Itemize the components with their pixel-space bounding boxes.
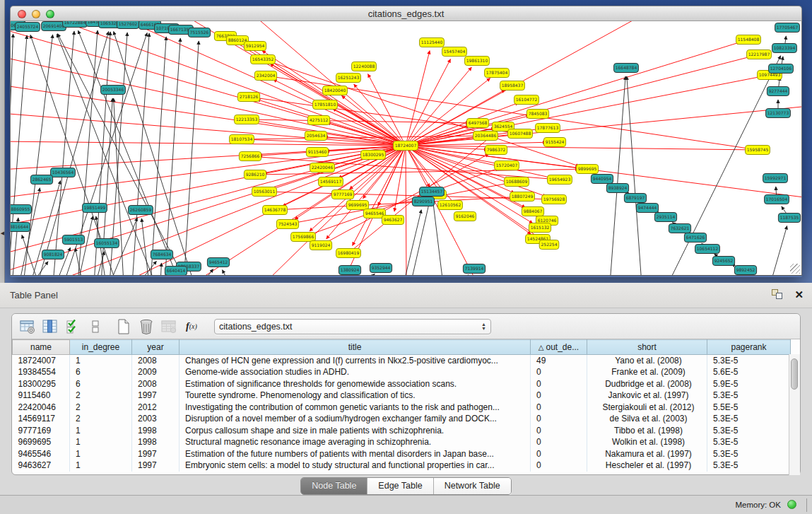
network-node[interactable]: 20364486 (473, 132, 498, 141)
network-node[interactable]: 26260859 (129, 206, 153, 215)
network-node[interactable]: 1615132 (529, 223, 551, 233)
network-node[interactable]: 18958437 (500, 81, 525, 90)
create-column-icon[interactable] (114, 317, 134, 337)
network-node[interactable]: 7256866 (239, 152, 261, 161)
network-node[interactable]: 6471626 (684, 233, 706, 243)
show-column-icon[interactable] (40, 317, 60, 337)
network-node[interactable]: 19756928 (542, 195, 567, 204)
select-rows-icon[interactable] (63, 317, 83, 337)
column-header-year[interactable]: year (132, 340, 180, 355)
network-node[interactable]: 12217987 (747, 50, 772, 59)
network-node[interactable]: 15992971 (763, 174, 788, 183)
table-mode-icon[interactable] (18, 317, 37, 337)
window-resize-grip[interactable] (790, 264, 800, 274)
network-node[interactable]: 12130773 (766, 109, 791, 118)
network-node[interactable]: 8290951 (412, 197, 434, 206)
network-node[interactable]: 18107534 (230, 135, 254, 144)
network-node[interactable]: 9440954 (591, 175, 613, 184)
network-node[interactable]: 19851499 (83, 204, 107, 213)
network-node[interactable]: 18860955 (11, 205, 31, 214)
network-node[interactable]: 19654923 (548, 175, 572, 185)
network-node[interactable]: 18724007 (394, 141, 418, 151)
window-titlebar[interactable]: citations_edges.txt (10, 6, 802, 21)
network-node[interactable]: 9286210 (244, 170, 266, 180)
network-node[interactable]: 2342004 (254, 71, 276, 81)
network-node[interactable]: 16055134 (95, 239, 119, 248)
network-node[interactable]: 9352944 (370, 264, 392, 273)
network-node[interactable]: 9155424 (543, 138, 565, 147)
function-builder-icon[interactable]: f(x) (182, 317, 201, 337)
network-node[interactable]: 9899695 (576, 165, 598, 174)
column-header-name[interactable]: name (13, 340, 70, 355)
network-node[interactable]: 9465412 (207, 258, 229, 267)
network-node[interactable]: 16543352 (251, 55, 276, 64)
network-node[interactable]: 20053346 (101, 86, 126, 95)
memory-status-icon[interactable] (787, 500, 796, 509)
network-node[interactable]: 8938924 (606, 184, 628, 193)
network-node[interactable]: 14569117 (319, 177, 343, 187)
network-window[interactable]: citations_edges.txt 16606864240557242069… (10, 6, 802, 277)
network-node[interactable]: 7684634 (151, 250, 172, 259)
network-node[interactable]: 9277444 (767, 87, 789, 96)
table-source-select[interactable]: citations_edges.txt ▲▼ (214, 319, 491, 334)
network-node[interactable]: 9474444 (636, 204, 658, 213)
table-row[interactable]: 946554611997Estimation of the future num… (13, 448, 791, 460)
network-node[interactable]: 15134457 (420, 187, 445, 197)
table-row[interactable]: 977716911998Corpus callosum shape and si… (13, 425, 791, 437)
column-header-title[interactable]: title (180, 340, 531, 355)
network-node[interactable]: 12704106 (769, 64, 794, 74)
network-node[interactable]: 1187535 (778, 214, 800, 223)
tab-network-table[interactable]: Network Table (434, 478, 511, 494)
network-node[interactable]: 9245652 (712, 257, 734, 266)
network-node[interactable]: 17705467 (775, 23, 800, 33)
network-node[interactable]: 252254 (539, 240, 559, 250)
table-row[interactable]: 1830029562008Estimation of significance … (13, 378, 791, 390)
network-node[interactable]: 4275112 (307, 116, 329, 125)
network-node[interactable]: 9884067 (522, 207, 543, 216)
collapsed-panel-strip[interactable]: ◀ (0, 0, 5, 283)
network-node[interactable]: 5912954 (244, 42, 266, 51)
network-node[interactable]: 8816644 (11, 223, 30, 232)
network-node[interactable]: 9699695 (346, 201, 368, 210)
network-node[interactable]: 9892452 (734, 266, 756, 275)
network-node[interactable]: 16104772 (514, 95, 539, 105)
network-node[interactable]: 7139914 (463, 264, 485, 274)
network-node[interactable]: 9119024 (310, 241, 331, 250)
network-node[interactable]: 18420040 (323, 86, 348, 95)
network-node[interactable]: 10607488 (508, 129, 533, 139)
network-node[interactable]: 14636778 (263, 206, 288, 215)
column-header-short[interactable]: short (587, 340, 707, 355)
table-row[interactable]: 1938455462009Genome-wide association stu… (13, 366, 791, 378)
network-node[interactable]: 9162046 (454, 212, 476, 221)
tab-edge-table[interactable]: Edge Table (367, 478, 433, 494)
network-node[interactable]: 9115460 (306, 148, 328, 157)
table-scrollbar[interactable] (789, 354, 800, 475)
network-node[interactable]: 7632621 (669, 224, 690, 233)
network-node[interactable]: 17016504 (765, 195, 789, 204)
network-node[interactable]: 11125440 (420, 38, 445, 47)
network-node[interactable]: 6640414 (165, 267, 187, 276)
network-node[interactable]: 16251243 (336, 74, 361, 83)
table-row[interactable]: 2242004622012Investigating the contribut… (13, 402, 791, 414)
network-node[interactable]: 12240088 (352, 62, 377, 71)
network-node[interactable]: 7986372 (485, 146, 507, 155)
column-header-in_degree[interactable]: in_degree (70, 340, 132, 355)
network-node[interactable]: 7515526 (188, 28, 210, 37)
delete-column-icon[interactable] (136, 317, 156, 337)
table-row[interactable]: 1456911722003Disruption of a novel membe… (13, 413, 791, 425)
close-panel-icon[interactable]: ✕ (794, 289, 804, 300)
network-graph[interactable]: 1660686424055724206914061672288418433710… (11, 21, 801, 276)
network-node[interactable]: 16722884 (63, 21, 88, 28)
network-node[interactable]: 9777169 (331, 190, 353, 199)
network-node[interactable]: 16980419 (336, 249, 361, 258)
network-node[interactable]: 16648784 (614, 64, 639, 73)
network-node[interactable]: 17875404 (485, 69, 510, 78)
network-node[interactable]: 17569866 (291, 233, 316, 242)
float-panel-icon[interactable] (772, 289, 783, 300)
tab-node-table[interactable]: Node Table (301, 478, 367, 494)
network-node[interactable]: 6879197 (624, 194, 646, 203)
network-canvas[interactable]: 1660686424055724206914061672288418433710… (10, 21, 802, 276)
network-node[interactable]: 7845083 (526, 110, 548, 119)
column-header-out_de[interactable]: △out_de... (531, 340, 587, 355)
network-node[interactable]: 24055724 (16, 23, 40, 32)
